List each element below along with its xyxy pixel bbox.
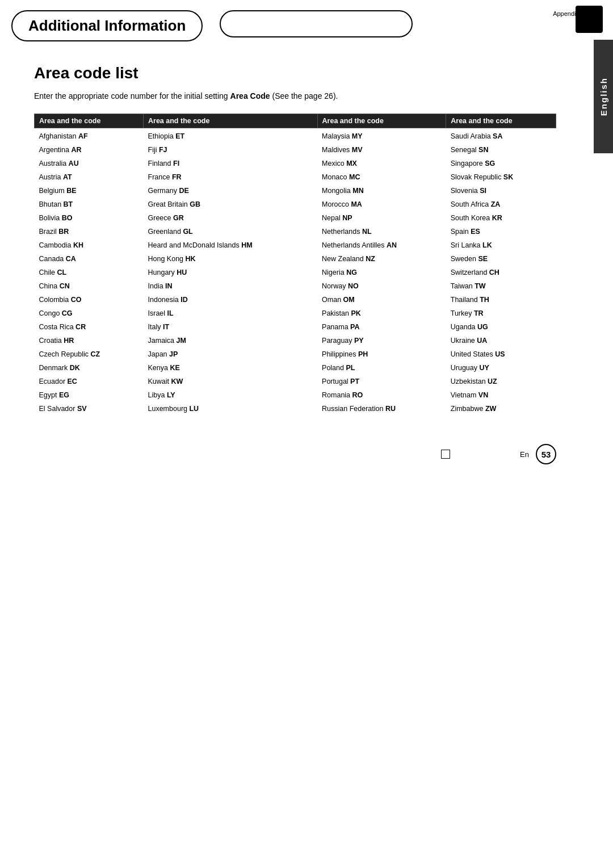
table-cell: Uzbekistan UZ (446, 375, 556, 388)
table-cell: Canada CA (35, 252, 144, 266)
table-row: Denmark DKKenya KEPoland PLUruguay UY (35, 361, 556, 375)
table-row: Australia AUFinland FIMexico MXSingapore… (35, 157, 556, 170)
table-cell: Pakistan PK (317, 307, 446, 320)
table-cell: Saudi Arabia SA (446, 128, 556, 144)
table-cell: Spain ES (446, 225, 556, 238)
table-cell: Belgium BE (35, 184, 144, 198)
table-cell: Mongolia MN (317, 184, 446, 198)
table-row: Argentina ARFiji FJMaldives MVSenegal SN (35, 143, 556, 157)
table-cell: Hungary HU (144, 266, 318, 279)
header-right-pill (220, 10, 413, 37)
table-cell: Norway NO (317, 279, 446, 293)
table-cell: Singapore SG (446, 157, 556, 170)
table-cell: Uruguay UY (446, 361, 556, 375)
table-cell: Morocco MA (317, 198, 446, 211)
table-cell: Israel IL (144, 307, 318, 320)
table-cell: Greenland GL (144, 225, 318, 238)
table-row: Costa Rica CRItaly ITPanama PAUganda UG (35, 320, 556, 334)
table-cell: Argentina AR (35, 143, 144, 157)
table-cell: Czech Republic CZ (35, 347, 144, 361)
footer-right: En 53 (520, 444, 556, 464)
table-cell: Australia AU (35, 157, 144, 170)
table-cell: Turkey TR (446, 307, 556, 320)
table-cell: Slovak Republic SK (446, 170, 556, 184)
english-label: English (599, 77, 608, 116)
footer-square-icon (441, 450, 450, 459)
table-cell: Egypt EG (35, 388, 144, 402)
table-row: Cambodia KHHeard and McDonald Islands HM… (35, 238, 556, 252)
table-cell: Afghanistan AF (35, 128, 144, 144)
table-cell: Uganda UG (446, 320, 556, 334)
table-cell: Taiwan TW (446, 279, 556, 293)
page-title: Additional Information (11, 10, 203, 41)
table-cell: Kuwait KW (144, 375, 318, 388)
intro-text: Enter the appropriate code number for th… (34, 90, 352, 102)
table-row: Belgium BEGermany DEMongolia MNSlovenia … (35, 184, 556, 198)
header-black-box (576, 6, 603, 33)
area-table: Area and the code Area and the code Area… (34, 114, 556, 416)
table-cell: El Salvador SV (35, 402, 144, 416)
table-cell: Vietnam VN (446, 388, 556, 402)
table-cell: Switzerland CH (446, 266, 556, 279)
table-cell: Oman OM (317, 293, 446, 307)
table-cell: Ukraine UA (446, 334, 556, 347)
table-row: Afghanistan AFEthiopia ETMalaysia MYSaud… (35, 128, 556, 144)
page-number: 53 (536, 444, 556, 464)
table-row: Canada CAHong Kong HKNew Zealand NZSwede… (35, 252, 556, 266)
table-cell: Sri Lanka LK (446, 238, 556, 252)
table-cell: United States US (446, 347, 556, 361)
table-cell: South Africa ZA (446, 198, 556, 211)
table-cell: Greece GR (144, 211, 318, 225)
table-row: Bolivia BOGreece GRNepal NPSouth Korea K… (35, 211, 556, 225)
col-header-2: Area and the code (144, 114, 318, 128)
table-cell: China CN (35, 279, 144, 293)
table-cell: Mexico MX (317, 157, 446, 170)
table-cell: Great Britain GB (144, 198, 318, 211)
table-cell: Costa Rica CR (35, 320, 144, 334)
table-cell: Germany DE (144, 184, 318, 198)
table-cell: Austria AT (35, 170, 144, 184)
table-cell: Paraguay PY (317, 334, 446, 347)
table-cell: Italy IT (144, 320, 318, 334)
table-row: Austria ATFrance FRMonaco MCSlovak Repub… (35, 170, 556, 184)
table-cell: Luxembourg LU (144, 402, 318, 416)
table-cell: Congo CG (35, 307, 144, 320)
table-cell: Bolivia BO (35, 211, 144, 225)
table-cell: Heard and McDonald Islands HM (144, 238, 318, 252)
table-cell: Nepal NP (317, 211, 446, 225)
col-header-3: Area and the code (317, 114, 446, 128)
table-cell: Romania RO (317, 388, 446, 402)
table-cell: Fiji FJ (144, 143, 318, 157)
footer: En 53 (0, 438, 590, 470)
table-cell: Monaco MC (317, 170, 446, 184)
table-cell: Netherlands Antilles AN (317, 238, 446, 252)
table-cell: Chile CL (35, 266, 144, 279)
table-cell: Jamaica JM (144, 334, 318, 347)
table-cell: Cambodia KH (35, 238, 144, 252)
table-row: Czech Republic CZJapan JPPhilippines PHU… (35, 347, 556, 361)
table-row: China CNIndia INNorway NOTaiwan TW (35, 279, 556, 293)
english-sidebar: English (594, 40, 613, 153)
table-cell: Japan JP (144, 347, 318, 361)
table-row: Bhutan BTGreat Britain GBMorocco MASouth… (35, 198, 556, 211)
section-title: Area code list (34, 64, 556, 82)
table-cell: Portugal PT (317, 375, 446, 388)
table-row: Egypt EGLibya LYRomania ROVietnam VN (35, 388, 556, 402)
table-cell: Malaysia MY (317, 128, 446, 144)
col-header-4: Area and the code (446, 114, 556, 128)
top-bar: Additional Information Appendix (0, 0, 613, 41)
table-cell: Kenya KE (144, 361, 318, 375)
table-row: Chile CLHungary HUNigeria NGSwitzerland … (35, 266, 556, 279)
table-cell: Maldives MV (317, 143, 446, 157)
table-cell: Brazil BR (35, 225, 144, 238)
table-cell: Bhutan BT (35, 198, 144, 211)
table-cell: Nigeria NG (317, 266, 446, 279)
table-cell: Hong Kong HK (144, 252, 318, 266)
table-cell: Ecuador EC (35, 375, 144, 388)
table-row: El Salvador SVLuxembourg LURussian Feder… (35, 402, 556, 416)
table-cell: India IN (144, 279, 318, 293)
appendix-label: Appendix (553, 10, 579, 17)
table-cell: South Korea KR (446, 211, 556, 225)
table-cell: Zimbabwe ZW (446, 402, 556, 416)
table-cell: Slovenia SI (446, 184, 556, 198)
